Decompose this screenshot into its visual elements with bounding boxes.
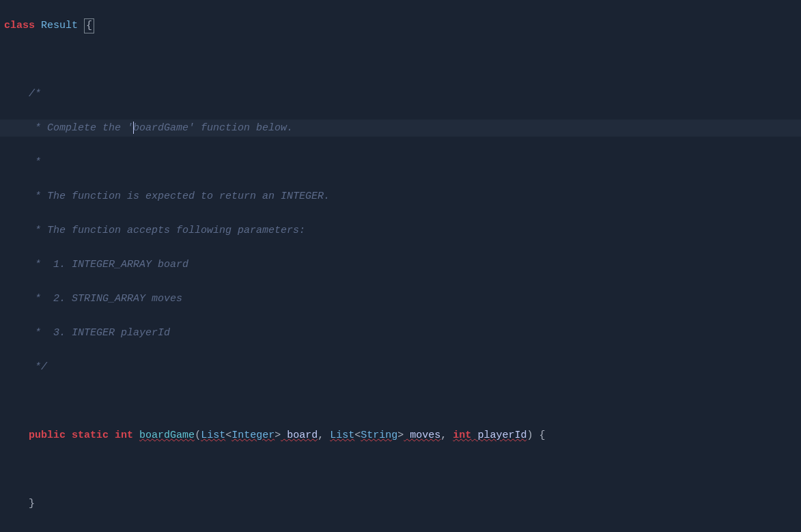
param-error: board <box>281 430 318 441</box>
keyword: class <box>4 20 35 31</box>
comment: * 1. INTEGER_ARRAY board <box>29 259 188 270</box>
code-line[interactable]: * The function accepts following paramet… <box>0 222 801 239</box>
code-line[interactable]: */ <box>0 359 801 376</box>
param-error: playerId <box>471 430 526 441</box>
comment: * 2. STRING_ARRAY moves <box>29 293 182 305</box>
code-line[interactable]: * <box>0 154 801 171</box>
code-line[interactable]: } <box>0 495 801 512</box>
class-name: Result <box>41 20 78 31</box>
comment: * <box>29 156 41 168</box>
comment: * The function accepts following paramet… <box>29 225 305 236</box>
code-editor[interactable]: class Result { /* * Complete the 'boardG… <box>0 0 801 532</box>
brace: } <box>29 498 35 509</box>
comment: * The function is expected to return an … <box>29 191 330 202</box>
keyword-error: int <box>453 430 471 441</box>
code-line[interactable]: class Result { <box>0 17 801 34</box>
comma: , <box>440 430 447 441</box>
comment: * Complete the ' <box>29 122 133 134</box>
comment: * 3. INTEGER playerId <box>29 327 170 339</box>
code-line[interactable]: /* <box>0 85 801 102</box>
comma: , <box>318 430 324 441</box>
keyword: public <box>29 430 66 441</box>
code-line[interactable]: * 1. INTEGER_ARRAY board <box>0 256 801 273</box>
brace-cursor: { <box>84 18 94 33</box>
code-line[interactable]: * 2. STRING_ARRAY moves <box>0 290 801 307</box>
type-error: String <box>361 430 397 441</box>
keyword: static <box>72 430 109 441</box>
code-line[interactable] <box>0 461 801 478</box>
code-line[interactable] <box>0 393 801 410</box>
code-line[interactable]: * The function is expected to return an … <box>0 188 801 205</box>
function-name-error: boardGame <box>139 430 195 441</box>
type-error: List <box>330 430 354 441</box>
type-error: Integer <box>231 430 275 441</box>
code-line[interactable] <box>0 529 801 532</box>
code-line[interactable]: public static int boardGame(List<Integer… <box>0 427 801 444</box>
code-line-active[interactable]: * Complete the 'boardGame' function belo… <box>0 120 801 137</box>
param-error: moves <box>404 430 440 441</box>
keyword: int <box>115 430 133 441</box>
code-line[interactable] <box>0 51 801 68</box>
comment: */ <box>29 361 47 373</box>
comment: /* <box>29 88 41 100</box>
type-error: List <box>201 430 225 441</box>
comment: boardGame' function below. <box>133 122 293 134</box>
code-line[interactable]: * 3. INTEGER playerId <box>0 324 801 341</box>
